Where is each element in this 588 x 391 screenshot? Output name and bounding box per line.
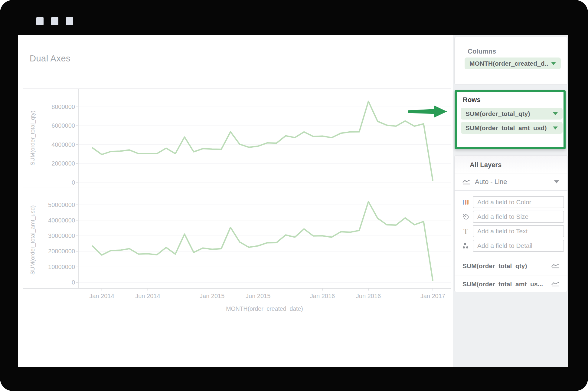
y-tick-label: 4000000: [51, 141, 75, 148]
y-tick-label: 10000000: [48, 264, 75, 270]
shelf-sidebar: Columns MONTH(order_created_d... Rows SU…: [453, 35, 568, 367]
columns-shelf-label: Columns: [468, 48, 496, 55]
columns-shelf: Columns MONTH(order_created_d...: [454, 37, 568, 85]
color-field-row: [455, 196, 567, 208]
add-field-to-detail-input[interactable]: [473, 240, 564, 252]
pill-sum-order-total-qty[interactable]: SUM(order_total_qty): [461, 108, 563, 120]
x-tick-label: Jun 2015: [246, 293, 270, 299]
pill-label: MONTH(order_created_d...: [469, 60, 548, 67]
screenshot-stage: Dual Axes 02000000400000060000008000000S…: [0, 0, 588, 391]
add-field-to-size-input[interactable]: [473, 211, 564, 223]
x-tick-label: Jan 2015: [200, 293, 224, 299]
pill-sum-order-total-amt-usd[interactable]: SUM(order_total_amt_usd): [461, 122, 563, 134]
all-layers-panel: All Layers Auto - Line: [454, 155, 568, 292]
rows-shelf-highlighted: Rows SUM(order_total_qty) SUM(order_tota…: [455, 90, 566, 149]
pill-label: SUM(order_total_qty): [466, 110, 550, 117]
window-control-square-2[interactable]: [51, 17, 58, 25]
text-icon: T: [461, 228, 470, 235]
measure-row-qty[interactable]: SUM(order_total_qty): [455, 257, 567, 275]
pill-month-order-created-date[interactable]: MONTH(order_created_d...: [465, 58, 561, 69]
series-line-order-total-qty[interactable]: [93, 101, 433, 180]
x-tick-label: Jan 2016: [310, 293, 335, 299]
dual-axes-chart[interactable]: 02000000400000060000008000000SUM(order_t…: [18, 35, 453, 367]
measure-label: SUM(order_total_qty): [462, 262, 551, 270]
all-layers-label: All Layers: [470, 161, 501, 169]
detail-dots-icon: [461, 243, 470, 249]
y-tick-label: 0: [72, 279, 75, 286]
line-chart-icon[interactable]: [551, 281, 560, 287]
measure-label: SUM(order_total_amt_us...: [462, 281, 551, 288]
x-tick-label: Jan 2017: [420, 293, 445, 299]
annotation-arrow-tail: [408, 109, 436, 114]
series-line-order-total-amt-usd[interactable]: [93, 202, 433, 280]
line-chart-icon[interactable]: [551, 263, 560, 269]
y-tick-label: 40000000: [48, 217, 75, 224]
y-tick-label: 30000000: [48, 232, 75, 239]
chevron-down-icon[interactable]: [551, 62, 556, 65]
window-control-square-3[interactable]: [66, 17, 73, 25]
layer-type-value: Auto - Line: [475, 178, 554, 186]
app-content: Dual Axes 02000000400000060000008000000S…: [18, 35, 568, 367]
y-tick-label: 6000000: [51, 122, 75, 129]
add-field-to-color-input[interactable]: [473, 196, 564, 208]
line-chart-icon: [462, 179, 471, 185]
divider: [455, 190, 567, 191]
detail-field-row: [455, 240, 567, 252]
y-tick-label: 2000000: [51, 160, 75, 167]
text-field-row: T: [455, 225, 567, 237]
window-frame: Dual Axes 02000000400000060000008000000S…: [0, 0, 588, 391]
color-bars-icon: [461, 199, 470, 205]
y-tick-label: 50000000: [48, 202, 75, 208]
y-axis-title: SUM(order_total_amt_usd): [29, 205, 36, 274]
x-tick-label: Jun 2016: [356, 293, 381, 299]
chevron-down-icon[interactable]: [554, 180, 559, 183]
measure-row-amt-usd[interactable]: SUM(order_total_amt_us...: [455, 275, 567, 293]
annotation-arrow-head: [434, 106, 447, 117]
pill-label: SUM(order_total_amt_usd): [466, 124, 550, 132]
x-tick-label: Jan 2014: [89, 293, 114, 299]
y-tick-label: 20000000: [48, 248, 75, 255]
x-axis-title: MONTH(order_created_date): [226, 305, 303, 312]
y-tick-label: 0: [72, 179, 75, 186]
x-tick-label: Jun 2014: [135, 293, 160, 299]
window-control-square-1[interactable]: [36, 17, 44, 25]
rows-shelf-label: Rows: [463, 96, 481, 104]
layer-type-dropdown[interactable]: Auto - Line: [455, 173, 567, 190]
size-field-row: [455, 211, 567, 223]
add-field-to-text-input[interactable]: [473, 225, 564, 237]
chevron-down-icon[interactable]: [553, 126, 558, 130]
y-axis-title: SUM(order_total_qty): [29, 110, 36, 166]
chevron-down-icon[interactable]: [553, 112, 558, 115]
size-circles-icon: [461, 213, 470, 220]
y-tick-label: 8000000: [51, 104, 75, 110]
